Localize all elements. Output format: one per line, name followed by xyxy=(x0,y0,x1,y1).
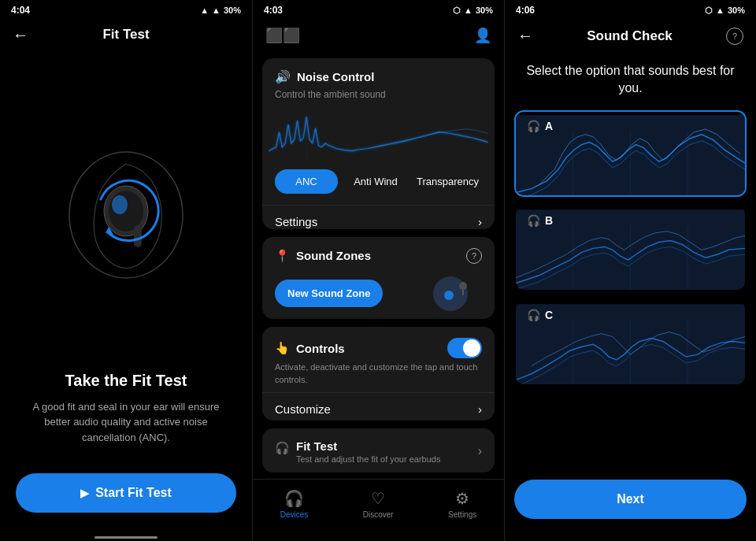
status-icons-panel3: ⬡ ▲ 30% xyxy=(705,6,745,16)
sound-option-a-label: 🎧 A xyxy=(527,120,553,132)
fit-test-header: ← Fit Test xyxy=(0,19,252,50)
discover-nav-label: Discover xyxy=(363,510,394,519)
noise-settings-row[interactable]: Settings › xyxy=(262,205,495,229)
fit-test-description: A good fit and seal in your ear will ens… xyxy=(19,399,233,446)
fit-test-row[interactable]: 🎧 Fit Test Test and adjust the fit of yo… xyxy=(262,428,495,472)
sound-option-b[interactable]: 🎧 B xyxy=(514,205,747,291)
noise-settings-label: Settings xyxy=(275,215,317,228)
status-icons-panel1: ▲ ▲ 30% xyxy=(200,6,241,15)
controls-toggle[interactable] xyxy=(447,338,482,358)
sound-zones-card: 📍 Sound Zones ? New Sound Zone xyxy=(262,237,495,320)
status-bar-panel1: 4:04 ▲ ▲ 30% xyxy=(0,0,252,19)
start-fit-test-button[interactable]: ▶ Start Fit Test xyxy=(16,473,236,513)
controls-customize-label: Customize xyxy=(275,402,331,416)
svg-point-3 xyxy=(112,195,128,214)
back-button-panel1[interactable]: ← xyxy=(13,26,28,44)
devices-nav-label: Devices xyxy=(280,510,309,519)
fit-test-left: 🎧 Fit Test Test and adjust the fit of yo… xyxy=(275,439,440,464)
sound-check-title: Sound Check xyxy=(587,28,673,44)
sound-option-c[interactable]: 🎧 C xyxy=(514,299,747,386)
noise-control-header: 🔊 Noise Control xyxy=(262,58,495,89)
fit-test-title: Fit Test xyxy=(102,27,149,43)
controls-chevron: › xyxy=(478,402,482,416)
next-button[interactable]: Next xyxy=(514,480,747,519)
play-icon: ▶ xyxy=(80,487,89,499)
svg-point-8 xyxy=(444,291,454,300)
sound-check-options: 🎧 A xyxy=(505,110,756,470)
discover-nav-icon: ♡ xyxy=(371,489,385,508)
time-panel2: 4:03 xyxy=(264,5,283,16)
sound-zones-body: New Sound Zone xyxy=(262,272,495,320)
fit-test-card-title: Fit Test xyxy=(296,439,440,453)
sound-option-c-label: 🎧 C xyxy=(527,309,553,321)
controls-title: Controls xyxy=(296,342,345,355)
profile-icon[interactable]: 👤 xyxy=(474,27,491,44)
sound-zones-icon: 📍 xyxy=(275,249,290,263)
zone-map xyxy=(391,275,482,313)
noise-settings-chevron: › xyxy=(478,215,482,228)
time-panel1: 4:04 xyxy=(11,5,30,16)
anti-wind-button[interactable]: Anti Wind xyxy=(344,169,407,194)
waveform-svg xyxy=(269,106,488,161)
main-menu-content: 🔊 Noise Control Control the ambient soun… xyxy=(253,52,504,479)
bluetooth-icon: ⬡ xyxy=(453,6,461,16)
sound-zones-left: 📍 Sound Zones xyxy=(275,249,371,263)
signal-icon-p2: ▲ xyxy=(464,6,472,15)
battery-panel3: 30% xyxy=(728,6,745,15)
nav-devices[interactable]: 🎧 Devices xyxy=(268,486,321,522)
sound-check-subtitle: Select the option that sounds best for y… xyxy=(505,53,756,110)
controls-card: 👆 Controls Activate, deactivate and cust… xyxy=(262,327,495,421)
svg-point-9 xyxy=(459,282,467,290)
sound-check-header: ← Sound Check ? xyxy=(505,19,756,53)
controls-settings-row[interactable]: Customize › xyxy=(262,392,495,421)
equalizer-icon[interactable]: ⬛⬛ xyxy=(265,27,300,44)
sound-check-footer: Next xyxy=(505,470,756,541)
earbud-illustration xyxy=(0,50,252,372)
main-menu-header: ⬛⬛ 👤 xyxy=(253,19,504,52)
anc-button[interactable]: ANC xyxy=(275,169,338,194)
home-indicator-panel1 xyxy=(0,536,252,541)
status-bar-panel3: 4:06 ⬡ ▲ 30% xyxy=(505,0,756,19)
new-sound-zone-button[interactable]: New Sound Zone xyxy=(275,280,383,307)
fit-test-footer: ▶ Start Fit Test xyxy=(0,461,252,536)
battery-panel1: 30% xyxy=(224,6,241,15)
fit-test-info: Fit Test Test and adjust the fit of your… xyxy=(296,439,440,464)
fit-test-card-subtitle: Test and adjust the fit of your earbuds xyxy=(296,454,440,464)
fit-test-text: Take the Fit Test A good fit and seal in… xyxy=(0,372,252,461)
transparency-button[interactable]: Transparency xyxy=(413,169,482,194)
earbud-svg xyxy=(55,140,197,282)
fit-test-heading: Take the Fit Test xyxy=(19,372,233,390)
sound-option-a[interactable]: 🎧 A xyxy=(514,110,747,197)
noise-mode-buttons: ANC Anti Wind Transparency xyxy=(262,161,495,205)
zone-map-svg xyxy=(419,275,482,313)
wifi-icon: ▲ xyxy=(212,6,220,15)
bluetooth-icon-p3: ⬡ xyxy=(705,6,713,16)
back-button-panel3[interactable]: ← xyxy=(517,27,533,45)
controls-header: 👆 Controls xyxy=(262,327,495,361)
devices-nav-icon: 🎧 xyxy=(284,489,304,508)
fit-test-card: 🎧 Fit Test Test and adjust the fit of yo… xyxy=(262,428,495,472)
svg-rect-4 xyxy=(134,225,142,247)
bottom-nav: 🎧 Devices ♡ Discover ⚙ Settings xyxy=(253,479,504,541)
sound-zones-help[interactable]: ? xyxy=(466,248,482,264)
controls-icon: 👆 xyxy=(275,341,290,355)
ear-icon-b: 🎧 xyxy=(527,214,540,227)
sound-zones-header: 📍 Sound Zones ? xyxy=(262,237,495,272)
noise-control-icon: 🔊 xyxy=(275,69,291,84)
controls-left: 👆 Controls xyxy=(275,341,345,355)
fit-test-chevron: › xyxy=(478,444,482,458)
status-icons-panel2: ⬡ ▲ 30% xyxy=(453,6,493,16)
ear-icon-c: 🎧 xyxy=(527,309,540,321)
sound-check-help[interactable]: ? xyxy=(726,28,743,45)
noise-control-card: 🔊 Noise Control Control the ambient soun… xyxy=(262,58,495,229)
sound-option-b-label: 🎧 B xyxy=(527,214,553,227)
noise-control-title: Noise Control xyxy=(297,70,374,83)
nav-discover[interactable]: ♡ Discover xyxy=(350,486,406,522)
time-panel3: 4:06 xyxy=(516,5,535,16)
sound-zones-title: Sound Zones xyxy=(296,249,371,262)
nav-settings[interactable]: ⚙ Settings xyxy=(435,486,489,522)
panel-fit-test: 4:04 ▲ ▲ 30% ← Fit Test xyxy=(0,0,252,541)
panel-sound-check: 4:06 ⬡ ▲ 30% ← Sound Check ? Select the … xyxy=(504,0,756,541)
start-fit-test-label: Start Fit Test xyxy=(95,486,172,500)
status-bar-panel2: 4:03 ⬡ ▲ 30% xyxy=(253,0,504,19)
